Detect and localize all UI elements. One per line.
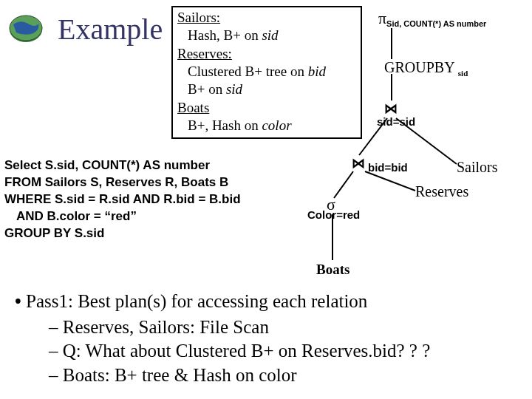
sql-line-4: AND B.color = “red” — [4, 208, 285, 225]
join-bid-label: bid=bid — [368, 161, 408, 174]
bullet-list: Pass1: Best plan(s) for accessing each r… — [15, 290, 430, 387]
svg-line-7 — [334, 171, 353, 198]
groupby-node: GROUPBY sid — [384, 59, 468, 78]
bullet-filescan: Reserves, Sailors: File Scan — [15, 316, 430, 340]
sql-block: Select S.sid, COUNT(*) AS number FROM Sa… — [4, 157, 285, 242]
boats-header: Boats — [177, 100, 209, 115]
bowtie-icon: ⋈ — [384, 101, 396, 116]
globe-icon — [6, 13, 46, 44]
reserves-index-2: B+ on sid — [188, 81, 242, 97]
pi-icon: π — [378, 9, 386, 27]
pi-sub: Sid, COUNT(*) AS number — [386, 19, 486, 28]
sql-line-1: Select S.sid, COUNT(*) AS number — [4, 157, 285, 174]
sailors-header: Sailors: — [177, 10, 220, 25]
bullet-boats: Boats: B+ tree & Hash on color — [15, 364, 430, 388]
sailors-index: Hash, B+ on sid — [188, 27, 279, 43]
title-row: Example — [6, 7, 163, 47]
bullet-question: Q: What about Clustered B+ on Reserves.b… — [15, 339, 430, 364]
svg-line-5 — [359, 118, 387, 155]
reserves-header: Reserves: — [177, 46, 232, 61]
join-sid-node: ⋈ — [384, 100, 396, 117]
join-sid-label: sid=sid — [377, 115, 415, 128]
join-bid-node: ⋈ — [352, 155, 364, 171]
selection-node: σ — [327, 195, 335, 214]
bullet-pass1: Pass1: Best plan(s) for accessing each r… — [15, 290, 430, 314]
sql-line-5: GROUP BY S.sid — [4, 225, 285, 242]
page-title: Example — [58, 12, 163, 47]
boats-leaf: Boats — [316, 262, 349, 278]
sigma-icon: σ — [327, 195, 335, 214]
reserves-index-1: Clustered B+ tree on bid — [188, 64, 326, 79]
sql-line-3: WHERE S.sid = R.sid AND R.bid = B.bid — [4, 191, 285, 208]
svg-line-8 — [365, 171, 415, 191]
projection-node: πSid, COUNT(*) AS number — [378, 9, 486, 28]
sailors-leaf: Sailors — [457, 159, 498, 176]
bowtie-icon: ⋈ — [352, 156, 364, 171]
reserves-leaf: Reserves — [415, 183, 468, 200]
svg-line-6 — [396, 118, 457, 164]
selection-label: Color=red — [307, 208, 360, 221]
boats-index: B+, Hash on color — [188, 117, 292, 133]
sql-line-2: FROM Sailors S, Reserves R, Boats B — [4, 174, 285, 191]
schema-box: Sailors: Hash, B+ on sid Reserves: Clust… — [171, 6, 362, 139]
